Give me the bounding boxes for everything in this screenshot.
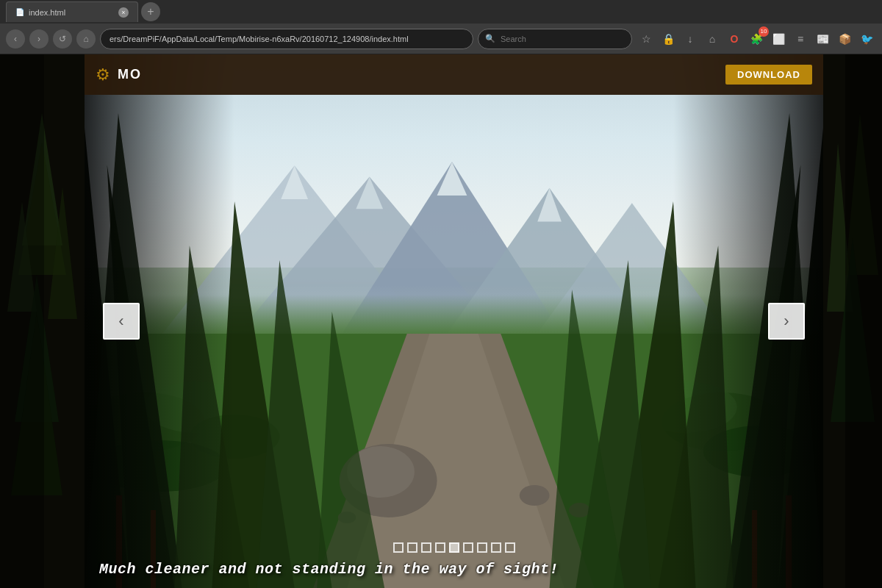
full-scene-svg <box>85 54 823 588</box>
next-icon: › <box>784 312 789 331</box>
navigation-toolbar: ‹ › ↺ ⌂ ers/DreamPiF/AppData/Local/Temp/… <box>0 24 882 54</box>
search-wrapper: 🔍 <box>478 29 632 49</box>
notification-badge: 10 <box>759 26 769 37</box>
tab-favicon: 📄 <box>15 8 24 16</box>
address-bar[interactable]: ers/DreamPiF/AppData/Local/Temp/Mobirise… <box>100 29 473 49</box>
opera-button[interactable]: O <box>725 29 744 49</box>
search-icon: 🔍 <box>485 34 495 43</box>
menu-button[interactable]: ≡ <box>791 29 810 49</box>
svg-rect-7 <box>0 54 44 588</box>
home-button[interactable]: ⌂ <box>76 29 96 49</box>
back-button[interactable]: ‹ <box>6 29 25 49</box>
scene-background <box>85 54 823 588</box>
dot-4[interactable] <box>435 542 445 553</box>
dot-6[interactable] <box>463 542 473 553</box>
carousel-prev-button[interactable]: ‹ <box>103 303 140 340</box>
extensions-list-button[interactable]: 📦 <box>835 29 854 49</box>
app-download-button[interactable]: DOWNLOAD <box>725 65 812 85</box>
refresh-button[interactable]: ↺ <box>53 29 72 49</box>
carousel-caption: Much cleaner and not standing in the way… <box>85 558 823 581</box>
dot-2[interactable] <box>407 542 417 553</box>
prev-icon: ‹ <box>118 312 123 331</box>
left-forest-svg <box>0 54 85 588</box>
left-sidebar <box>0 54 85 588</box>
gear-icon: ⚙ <box>96 65 110 85</box>
download-button[interactable]: ↓ <box>681 29 700 49</box>
tab-close-button[interactable]: × <box>118 7 129 18</box>
svg-point-30 <box>520 485 550 506</box>
right-sidebar <box>823 54 882 588</box>
carousel-dots <box>393 542 515 553</box>
sidebar-toggle-button[interactable]: 📰 <box>813 29 832 49</box>
bookmark-button[interactable]: ☆ <box>637 29 656 49</box>
home-icon-button[interactable]: ⌂ <box>703 29 722 49</box>
dot-3[interactable] <box>421 542 431 553</box>
address-text: ers/DreamPiF/AppData/Local/Temp/Mobirise… <box>110 35 409 43</box>
dot-5[interactable] <box>449 542 459 553</box>
opera-icon-wrapper: O <box>725 29 744 49</box>
carousel-next-button[interactable]: › <box>768 303 805 340</box>
carousel-container: ⚙ MO DOWNLOAD <box>85 54 823 588</box>
app-title: MO <box>118 67 142 82</box>
browser-chrome: 📄 index.html × + ‹ › ↺ ⌂ ers/DreamPiF/Ap… <box>0 0 882 54</box>
right-sidebar-svg <box>823 54 882 588</box>
tab-title: index.html <box>29 8 65 17</box>
active-tab[interactable]: 📄 index.html × <box>6 1 138 22</box>
dot-1[interactable] <box>393 542 404 553</box>
downloads-panel-button[interactable]: ⬜ <box>769 29 788 49</box>
svg-rect-57 <box>845 54 882 588</box>
new-tab-button[interactable]: + <box>141 2 160 21</box>
dot-9[interactable] <box>505 542 515 553</box>
toolbar-icons: ☆ 🔒 ↓ ⌂ O 🧩 10 ⬜ ≡ 📰 📦 🐦 <box>637 29 876 49</box>
search-input[interactable] <box>478 29 632 49</box>
tab-bar: 📄 index.html × + <box>0 0 882 24</box>
dot-7[interactable] <box>477 542 487 553</box>
secure-lock-button[interactable]: 🔒 <box>659 29 678 49</box>
main-content: ⚙ MO DOWNLOAD <box>0 54 882 588</box>
dot-8[interactable] <box>491 542 501 553</box>
forward-button[interactable]: › <box>29 29 49 49</box>
app-header: ⚙ MO DOWNLOAD <box>85 54 823 95</box>
extra-button[interactable]: 🐦 <box>857 29 876 49</box>
extensions-icon-wrapper: 🧩 10 <box>747 29 766 49</box>
